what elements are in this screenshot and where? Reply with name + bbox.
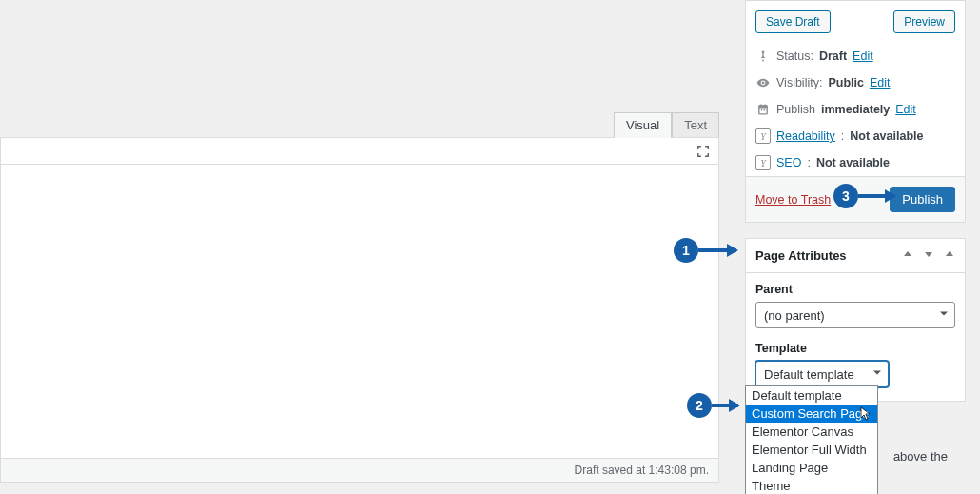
parent-label: Parent <box>755 283 955 296</box>
callout-2: 2 <box>687 393 712 418</box>
calendar-icon <box>755 102 771 117</box>
editor-body[interactable] <box>1 165 718 450</box>
editor-footer: Draft saved at 1:43:08 pm. <box>0 458 719 483</box>
edit-visibility-link[interactable]: Edit <box>870 76 891 89</box>
save-draft-button[interactable]: Save Draft <box>755 10 831 33</box>
template-option[interactable]: Elementor Canvas <box>746 423 877 441</box>
readability-row: Y Readability: Not available <box>746 123 965 149</box>
readability-value: Not available <box>850 129 923 143</box>
status-value: Draft <box>819 49 847 63</box>
template-dropdown[interactable]: Default templateCustom Search PageElemen… <box>745 385 878 494</box>
arrow-3 <box>858 194 894 198</box>
tab-visual[interactable]: Visual <box>614 112 672 138</box>
readability-link[interactable]: Readability <box>776 129 835 143</box>
visibility-value: Public <box>828 76 864 89</box>
callout-3: 3 <box>833 184 858 208</box>
template-option[interactable]: Default template <box>746 386 877 405</box>
arrow-2 <box>712 404 738 407</box>
yoast-icon: Y <box>755 155 771 170</box>
eye-icon <box>755 75 771 90</box>
editor-pane <box>0 137 719 480</box>
seo-link[interactable]: SEO <box>776 156 801 169</box>
template-select[interactable]: Default template <box>755 361 889 387</box>
template-option[interactable]: Custom Search Page <box>746 405 877 423</box>
template-label: Template <box>755 342 955 355</box>
editor-column: Visual Text Draft saved at 1:43:08 pm. <box>0 0 729 494</box>
seo-row: Y SEO: Not available <box>746 149 965 176</box>
schedule-row: Publish immediately Edit <box>746 96 965 123</box>
visibility-row: Visibility: Public Edit <box>746 69 965 96</box>
editor-toolbar <box>1 138 718 165</box>
template-option[interactable]: Theme <box>746 477 877 494</box>
autosave-status: Draft saved at 1:43:08 pm. <box>575 464 709 477</box>
edit-status-link[interactable]: Edit <box>853 49 873 63</box>
move-down-icon[interactable] <box>923 248 934 263</box>
move-up-icon[interactable] <box>902 248 913 263</box>
status-label: Status: <box>776 49 813 63</box>
toggle-collapse-icon[interactable] <box>944 248 955 263</box>
schedule-prefix: Publish <box>776 103 815 116</box>
sidebar-column: Save Draft Preview Status: Draft Edit Vi… <box>745 0 966 417</box>
visibility-label: Visibility: <box>776 76 822 89</box>
template-option[interactable]: Elementor Full Width <box>746 441 877 459</box>
cursor-icon <box>860 406 872 420</box>
truncated-help-text: above the <box>893 449 948 464</box>
edit-schedule-link[interactable]: Edit <box>895 103 916 116</box>
parent-select-value: (no parent) <box>764 308 825 323</box>
publish-button[interactable]: Publish <box>890 187 955 212</box>
arrow-1 <box>698 248 736 252</box>
yoast-icon: Y <box>755 128 771 144</box>
parent-select[interactable]: (no parent) <box>755 302 955 328</box>
schedule-value: immediately <box>821 103 890 116</box>
callout-1: 1 <box>674 238 698 263</box>
status-row: Status: Draft Edit <box>746 43 965 69</box>
page-attributes-content: Parent (no parent) Template Default temp… <box>746 273 965 401</box>
template-select-value: Default template <box>764 367 854 382</box>
template-option[interactable]: Landing Page <box>746 459 877 477</box>
page-attributes-metabox: Page Attributes Parent (no parent) Templ… <box>745 238 966 402</box>
move-to-trash-link[interactable]: Move to Trash <box>755 193 831 207</box>
preview-button[interactable]: Preview <box>893 10 955 33</box>
tab-text[interactable]: Text <box>672 112 719 138</box>
fullscreen-icon[interactable] <box>694 142 713 161</box>
page-attributes-header[interactable]: Page Attributes <box>746 239 965 273</box>
seo-value: Not available <box>816 156 890 169</box>
page-attributes-title: Page Attributes <box>755 248 847 263</box>
pin-icon <box>755 49 771 64</box>
editor-mode-tabs: Visual Text <box>614 112 719 138</box>
